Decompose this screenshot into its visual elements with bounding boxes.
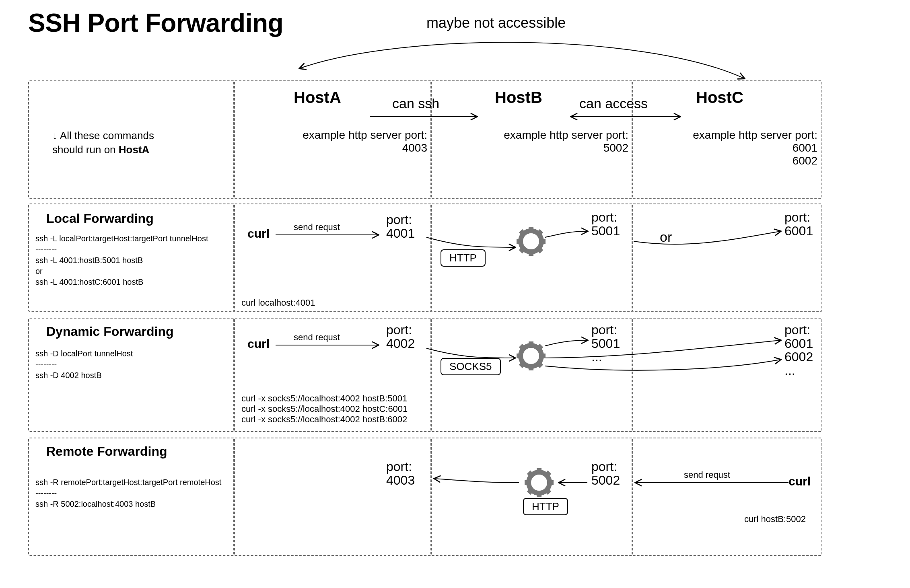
host-b-port-desc: example http server port: 5002 — [439, 129, 628, 154]
local-curl-cmd: curl localhost:4001 — [241, 298, 315, 308]
rel-ab-label: can ssh — [392, 96, 439, 111]
dynamic-title: Dynamic Forwarding — [46, 324, 174, 339]
dynamic-cmds: ssh -D localPort tunnelHost -------- ssh… — [35, 348, 133, 381]
host-a-port-desc: example http server port: 4003 — [238, 129, 427, 154]
dynamic-port-a: port: 4002 — [386, 323, 415, 350]
local-proto-box: HTTP — [441, 249, 486, 267]
remote-port-b: port: 5002 — [591, 460, 620, 487]
local-port-c: port: 6001 — [784, 211, 813, 238]
dynamic-curl-cmd: curl -x socks5://localhost:4002 hostB:50… — [241, 393, 408, 425]
local-port-a: port: 4001 — [386, 213, 415, 240]
host-b-header: HostB — [495, 88, 542, 107]
host-c-port-desc: example http server port: 6001 6002 — [636, 129, 817, 168]
local-cmds: ssh -L localPort:targetHost:targetPort t… — [35, 233, 208, 288]
remote-curl-cmd: curl hostB:5002 — [744, 514, 806, 524]
local-curl-label: curl — [247, 227, 270, 241]
local-port-b: port: 5001 — [591, 211, 620, 238]
remote-proto-box: HTTP — [523, 498, 568, 515]
remote-port-a: port: 4003 — [386, 460, 415, 487]
dynamic-send-label: send requst — [294, 332, 340, 343]
dynamic-curl-label: curl — [247, 337, 270, 351]
remote-curl-label: curl — [789, 475, 811, 488]
rel-bc-label: can access — [579, 96, 648, 111]
remote-title: Remote Forwarding — [46, 444, 167, 459]
dynamic-proto-box: SOCKS5 — [441, 358, 501, 375]
remote-send-label: send requst — [684, 470, 730, 480]
dynamic-port-c: port: 6001 6002 ... — [784, 323, 813, 377]
left-note-line1: ↓ All these commands — [52, 129, 154, 143]
dynamic-port-b: port: 5001 ... — [591, 323, 620, 364]
host-c-header: HostC — [696, 88, 743, 107]
local-or-label: or — [660, 229, 672, 245]
diagram-canvas: { "title": "SSH Port Forwarding", "top_n… — [0, 0, 910, 588]
left-note: ↓ All these commands should run on HostA — [52, 129, 154, 157]
remote-cmds: ssh -R remotePort:targetHost:targetPort … — [35, 477, 221, 510]
host-a-header: HostA — [294, 88, 341, 107]
left-note-line2: should run on HostA — [52, 143, 154, 157]
local-title: Local Forwarding — [46, 211, 154, 226]
local-send-label: send requst — [294, 222, 340, 232]
